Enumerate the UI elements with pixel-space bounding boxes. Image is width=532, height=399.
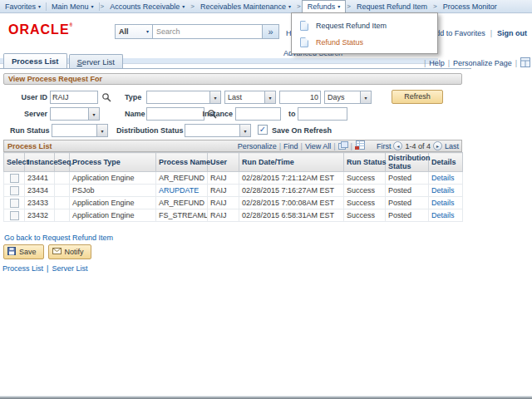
breadcrumb-item-main-menu[interactable]: Main Menu ▾ — [47, 0, 99, 12]
pagination-prev-icon[interactable]: ◄ — [393, 141, 402, 150]
column-header-process-type[interactable]: Process Type — [70, 153, 156, 172]
peoplesoft-process-monitor-page: Favorites ▾ Main Menu ▾ > Accounts Recei… — [0, 0, 532, 399]
column-header-select[interactable]: Select — [4, 153, 25, 172]
download-spreadsheet-icon[interactable] — [355, 140, 365, 151]
tab-label: Server List — [77, 57, 115, 66]
personalize-page-link[interactable]: Personalize Page — [453, 59, 512, 67]
go-back-link[interactable]: Go back to Request Refund Item — [4, 234, 113, 242]
sign-out-link[interactable]: Sign out — [497, 29, 527, 37]
header-links: Add to Favorites | Sign out — [431, 29, 527, 37]
search-scope-select[interactable]: All ▾ — [115, 24, 153, 39]
document-icon — [300, 37, 308, 47]
cell-run-status: Success — [344, 185, 386, 197]
row-select-checkbox[interactable] — [10, 199, 19, 208]
user-id-lookup-icon[interactable] — [101, 91, 112, 102]
link-separator: | — [490, 29, 492, 37]
breadcrumb-label: Refunds — [308, 2, 336, 11]
instance-label: Instance — [191, 107, 233, 121]
pagination-first[interactable]: First — [377, 142, 392, 150]
pagination-last[interactable]: Last — [445, 142, 459, 150]
personalize-grid-icon[interactable] — [520, 57, 530, 69]
chevron-down-icon: ▾ — [182, 4, 185, 9]
search-go-button[interactable]: » — [263, 24, 279, 39]
type-select[interactable]: ▾ — [146, 91, 221, 104]
details-link[interactable]: Details — [431, 199, 455, 207]
details-link[interactable]: Details — [431, 186, 455, 195]
breadcrumb-separator: > — [190, 2, 195, 10]
breadcrumb-item-receivables-maintenance[interactable]: Receivables Maintenance ▾ — [195, 0, 296, 12]
cell-seq — [55, 209, 70, 222]
details-link[interactable]: Details — [431, 174, 455, 182]
cell-distribution-status: Posted — [386, 172, 429, 185]
tab-underline — [0, 68, 471, 69]
cell-run-status: Success — [344, 197, 386, 209]
section-title: View Process Request For — [3, 73, 462, 85]
column-header-seq[interactable]: Seq. — [55, 153, 70, 172]
cell-instance: 23441 — [25, 172, 55, 185]
breadcrumb-item-request-refund-item[interactable]: Request Refund Item — [352, 0, 432, 12]
instance-from-field[interactable] — [235, 107, 281, 121]
type-label: Type — [125, 91, 141, 104]
grid-title: Process List — [4, 142, 238, 150]
cell-process-type: Application Engine — [70, 209, 156, 222]
menu-item-label: Refund Status — [316, 38, 363, 47]
distribution-status-select[interactable]: ▾ — [185, 124, 251, 137]
breadcrumb-separator: > — [296, 2, 302, 10]
column-header-run-status[interactable]: Run Status — [344, 153, 386, 172]
column-header-user[interactable]: User — [208, 153, 239, 172]
find-link[interactable]: Find — [283, 142, 298, 150]
tab-process-list[interactable]: Process List — [3, 53, 67, 68]
notify-button-label: Notify — [65, 248, 84, 256]
notify-envelope-icon — [52, 248, 62, 256]
process-name-link[interactable]: ARUPDATE — [159, 186, 199, 195]
days-unit-select[interactable]: Days ▾ — [324, 91, 372, 104]
days-count-field[interactable] — [279, 91, 321, 104]
save-on-refresh-checkbox[interactable]: ✓ — [258, 125, 268, 135]
menu-item-refund-status[interactable]: Refund Status — [292, 34, 437, 51]
last-select[interactable]: Last ▾ — [224, 91, 276, 104]
notify-button[interactable]: Notify — [48, 244, 91, 259]
help-link[interactable]: Help — [429, 59, 445, 67]
breadcrumb-item-favorites[interactable]: Favorites ▾ — [0, 0, 46, 12]
footer-link-server-list[interactable]: Server List — [52, 264, 87, 273]
document-icon — [300, 21, 308, 31]
row-select-checkbox[interactable] — [10, 186, 19, 195]
column-header-instance[interactable]: Instance — [25, 153, 55, 172]
cell-run-status: Success — [344, 172, 386, 185]
breadcrumb-item-accounts-receivable[interactable]: Accounts Receivable ▾ — [105, 0, 190, 12]
cell-user: RAIJ — [208, 172, 239, 185]
save-button[interactable]: Save — [3, 244, 44, 259]
breadcrumb-label: Process Monitor — [443, 2, 497, 11]
user-id-field[interactable] — [50, 91, 98, 104]
row-select-checkbox[interactable] — [10, 211, 19, 220]
tab-server-list[interactable]: Server List — [69, 54, 123, 68]
server-select[interactable]: ▾ — [50, 107, 100, 121]
refresh-button[interactable]: Refresh — [392, 90, 443, 104]
cell-user: RAIJ — [208, 185, 239, 197]
search-input[interactable] — [153, 24, 263, 39]
pagination-next-icon[interactable]: ► — [433, 141, 442, 150]
column-header-details[interactable]: Details — [429, 153, 463, 172]
column-header-run-datetime[interactable]: Run Date/Time — [239, 153, 344, 172]
server-label: Server — [0, 107, 47, 121]
add-to-favorites-link[interactable]: Add to Favorites — [431, 29, 485, 37]
details-link[interactable]: Details — [431, 211, 455, 219]
personalize-link[interactable]: Personalize — [238, 142, 277, 150]
view-all-link[interactable]: View All — [305, 142, 331, 150]
instance-to-field[interactable] — [298, 107, 347, 121]
row-select-checkbox[interactable] — [10, 174, 19, 183]
run-status-select[interactable]: ▾ — [52, 124, 108, 137]
cell-distribution-status: Posted — [386, 209, 429, 222]
window-bottom-edge — [0, 396, 532, 399]
chevron-down-icon: ▾ — [91, 4, 94, 9]
breadcrumb-item-refunds[interactable]: Refunds ▾ — [302, 0, 347, 12]
footer-link-process-list[interactable]: Process List — [2, 264, 43, 273]
popup-window-icon[interactable] — [338, 141, 348, 151]
menu-item-request-refund-item[interactable]: Request Refund Item — [292, 17, 437, 34]
column-header-distribution-status[interactable]: Distribution Status — [386, 153, 429, 172]
chevron-down-icon: ▾ — [264, 91, 275, 103]
table-row: 23434 PSJob ARUPDATE RAIJ 02/28/2015 7:1… — [4, 185, 463, 197]
column-header-process-name[interactable]: Process Name — [156, 153, 208, 172]
chevron-down-icon: ▾ — [96, 125, 107, 136]
link-separator: | — [351, 142, 352, 150]
